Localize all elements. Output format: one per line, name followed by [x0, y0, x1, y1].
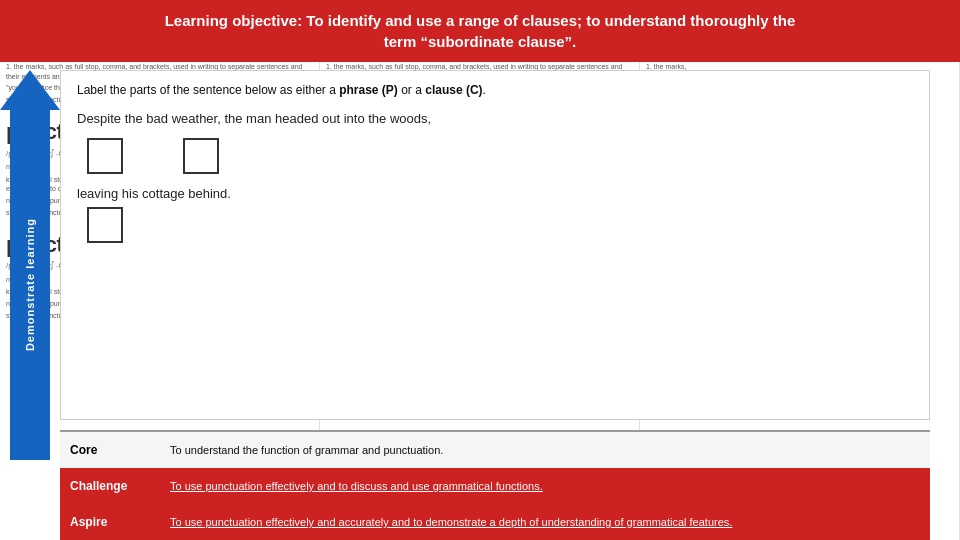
answer-box-2[interactable] [183, 138, 219, 174]
arrow-body: Demonstrate learning [10, 110, 50, 460]
aspire-text: To use punctuation effectively and accur… [160, 504, 930, 540]
objective-aspire-row: Aspire To use punctuation effectively an… [60, 504, 930, 540]
arrow-head [0, 70, 60, 110]
objective-core-row: Core To understand the function of gramm… [60, 432, 930, 468]
challenge-label: Challenge [60, 468, 160, 504]
sentence-1: Despite the bad weather, the man headed … [77, 107, 913, 130]
main-content-panel: Label the parts of the sentence below as… [60, 70, 930, 420]
answer-boxes-row-1 [77, 138, 913, 174]
answer-box-1[interactable] [87, 138, 123, 174]
banner-line1: Learning objective: To identify and use … [20, 10, 940, 31]
answer-box-3[interactable] [87, 207, 123, 243]
objectives-table: Core To understand the function of gramm… [60, 430, 930, 540]
demonstrate-learning-arrow: Demonstrate learning [0, 70, 60, 460]
arrow-label: Demonstrate learning [24, 218, 36, 351]
objective-challenge-row: Challenge To use punctuation effectively… [60, 468, 930, 504]
challenge-text: To use punctuation effectively and to di… [160, 468, 930, 504]
learning-objective-banner: Learning objective: To identify and use … [0, 0, 960, 62]
aspire-label: Aspire [60, 504, 160, 540]
banner-line2: term “subordinate clause”. [20, 31, 940, 52]
core-label: Core [60, 432, 160, 468]
sentence-2: leaving his cottage behind. [77, 186, 913, 201]
answer-boxes-row-2 [77, 207, 913, 243]
instruction-text: Label the parts of the sentence below as… [77, 83, 913, 97]
core-text: To understand the function of grammar an… [160, 432, 930, 468]
